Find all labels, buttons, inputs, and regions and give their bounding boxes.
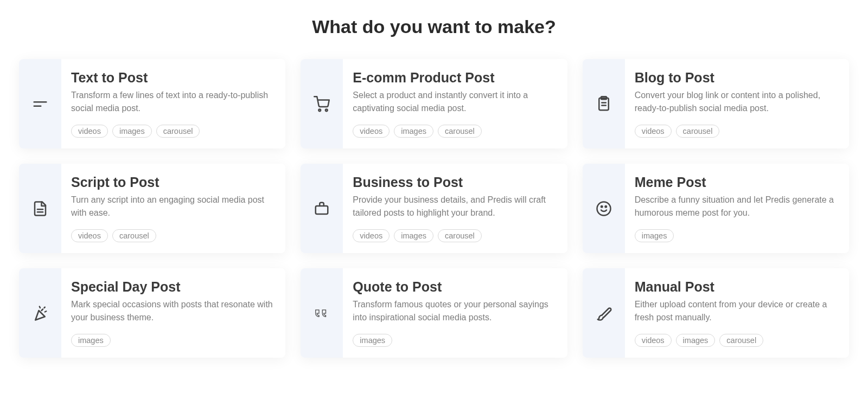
card-tags: videosimagescarousel bbox=[635, 334, 837, 347]
card-title: Script to Post bbox=[71, 175, 273, 190]
card-grid: Text to Post Transform a few lines of te… bbox=[19, 59, 849, 358]
card-body: Special Day Post Mark special occasions … bbox=[61, 268, 285, 358]
tag: images bbox=[394, 125, 433, 138]
card-description: Select a product and instantly convert i… bbox=[353, 89, 555, 116]
tag: videos bbox=[353, 229, 390, 242]
card-tags: videosimagescarousel bbox=[353, 125, 555, 138]
cart-icon bbox=[301, 59, 343, 148]
tag: videos bbox=[635, 334, 672, 347]
card-title: Quote to Post bbox=[353, 279, 555, 295]
briefcase-icon bbox=[301, 164, 343, 253]
card-body: Manual Post Either upload content from y… bbox=[625, 268, 849, 358]
tag: carousel bbox=[719, 334, 763, 347]
card-tags: images bbox=[353, 334, 555, 347]
card-description: Turn any script into an engaging social … bbox=[71, 193, 273, 221]
card-title: Business to Post bbox=[353, 175, 555, 190]
card-description: Either upload content from your device o… bbox=[635, 298, 837, 325]
tag: images bbox=[676, 334, 716, 347]
card-tags: videosimagescarousel bbox=[353, 229, 555, 242]
svg-point-12 bbox=[601, 206, 603, 208]
quote-icon bbox=[301, 268, 343, 358]
svg-rect-10 bbox=[316, 206, 328, 214]
party-icon bbox=[19, 268, 61, 358]
tag: images bbox=[353, 334, 392, 347]
card-description: Mark special occasions with posts that r… bbox=[71, 298, 273, 325]
option-card-smile[interactable]: Meme Post Describe a funny situation and… bbox=[583, 164, 849, 253]
option-card-party[interactable]: Special Day Post Mark special occasions … bbox=[19, 268, 285, 358]
option-card-cart[interactable]: E-comm Product Post Select a product and… bbox=[301, 59, 567, 148]
option-card-clipboard[interactable]: Blog to Post Convert your blog link or c… bbox=[583, 59, 849, 148]
card-body: E-comm Product Post Select a product and… bbox=[343, 59, 567, 148]
tag: images bbox=[635, 229, 674, 242]
svg-point-11 bbox=[597, 202, 610, 215]
tag: carousel bbox=[676, 125, 720, 138]
document-icon bbox=[19, 164, 61, 253]
tag: videos bbox=[635, 125, 672, 138]
card-body: Business to Post Provide your business d… bbox=[343, 164, 567, 253]
card-title: Manual Post bbox=[635, 279, 837, 295]
option-card-quote[interactable]: Quote to Post Transform famous quotes or… bbox=[301, 268, 567, 358]
card-body: Text to Post Transform a few lines of te… bbox=[61, 59, 285, 148]
card-tags: images bbox=[635, 229, 837, 242]
card-title: Text to Post bbox=[71, 70, 273, 86]
tag: carousel bbox=[438, 125, 482, 138]
card-title: Blog to Post bbox=[635, 70, 837, 86]
card-body: Blog to Post Convert your blog link or c… bbox=[625, 59, 849, 148]
card-description: Transform a few lines of text into a rea… bbox=[71, 89, 273, 116]
smile-icon bbox=[583, 164, 625, 253]
tag: videos bbox=[353, 125, 390, 138]
card-description: Transform famous quotes or your personal… bbox=[353, 298, 555, 325]
card-description: Convert your blog link or content into a… bbox=[635, 89, 837, 116]
card-body: Script to Post Turn any script into an e… bbox=[61, 164, 285, 253]
card-title: Meme Post bbox=[635, 175, 837, 190]
option-card-briefcase[interactable]: Business to Post Provide your business d… bbox=[301, 164, 567, 253]
card-tags: images bbox=[71, 334, 273, 347]
brush-icon bbox=[583, 268, 625, 358]
tag: images bbox=[71, 334, 111, 347]
svg-point-13 bbox=[605, 206, 607, 208]
option-card-document[interactable]: Script to Post Turn any script into an e… bbox=[19, 164, 285, 253]
card-tags: videoscarousel bbox=[71, 229, 273, 242]
option-card-brush[interactable]: Manual Post Either upload content from y… bbox=[583, 268, 849, 358]
card-tags: videoscarousel bbox=[635, 125, 837, 138]
tag: videos bbox=[71, 125, 108, 138]
card-description: Provide your business details, and Predi… bbox=[353, 193, 555, 221]
card-tags: videosimagescarousel bbox=[71, 125, 273, 138]
card-description: Describe a funny situation and let Predi… bbox=[635, 193, 837, 221]
card-title: E-comm Product Post bbox=[353, 70, 555, 86]
page-heading: What do you want to make? bbox=[19, 16, 849, 37]
option-card-text[interactable]: Text to Post Transform a few lines of te… bbox=[19, 59, 285, 148]
tag: carousel bbox=[112, 229, 156, 242]
tag: carousel bbox=[438, 229, 482, 242]
tag: carousel bbox=[156, 125, 200, 138]
tag: images bbox=[394, 229, 433, 242]
tag: videos bbox=[71, 229, 108, 242]
card-title: Special Day Post bbox=[71, 279, 273, 295]
card-body: Meme Post Describe a funny situation and… bbox=[625, 164, 849, 253]
clipboard-icon bbox=[583, 59, 625, 148]
text-icon bbox=[19, 59, 61, 148]
tag: images bbox=[112, 125, 152, 138]
svg-point-2 bbox=[319, 109, 321, 111]
card-body: Quote to Post Transform famous quotes or… bbox=[343, 268, 567, 358]
svg-point-3 bbox=[326, 109, 328, 111]
